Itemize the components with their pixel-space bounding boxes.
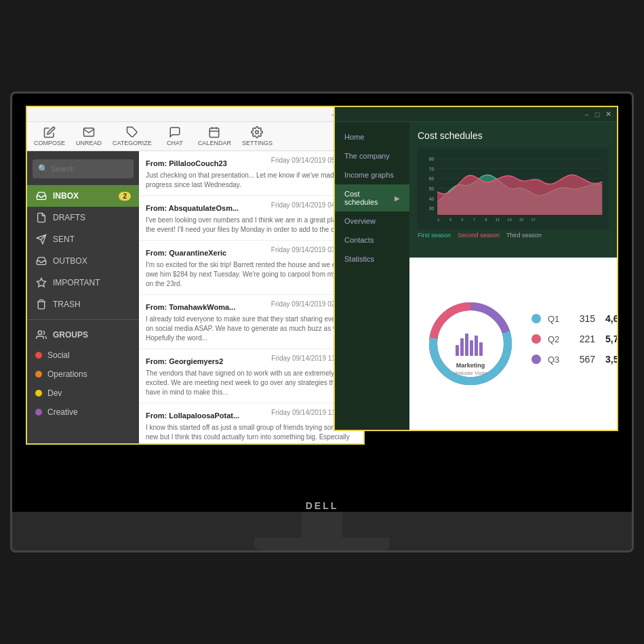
svg-text:1: 1 xyxy=(437,218,439,222)
unread-button[interactable]: UNREAD xyxy=(76,126,102,146)
dash-nav-home[interactable]: Home xyxy=(335,127,409,146)
outbox-label: OUTBOX xyxy=(53,256,87,266)
email-body: 🔍 INBOX 2 xyxy=(27,151,363,443)
inbox-badge: 2 xyxy=(119,192,131,201)
dash-nav-statistics[interactable]: Statistics xyxy=(335,249,409,268)
email-list[interactable]: From: PillalooCouch23 Friday 09/14/2019 … xyxy=(139,151,363,443)
compose-label: COMPOSE xyxy=(34,140,65,146)
group-operations[interactable]: Operations xyxy=(27,365,139,384)
groups-section-header: GROUPS xyxy=(27,324,139,346)
email-from-1: From: AbsquatulateOsm... xyxy=(146,204,239,212)
operations-dot xyxy=(35,371,42,378)
monitor-stand-neck xyxy=(302,512,342,538)
dash-nav-overview-label: Overview xyxy=(344,217,376,225)
q3-dot xyxy=(531,355,541,364)
sidebar-item-inbox[interactable]: INBOX 2 xyxy=(27,185,139,207)
dash-nav-company[interactable]: The company xyxy=(335,146,409,165)
calendar-button[interactable]: CALENDAR xyxy=(198,126,231,146)
social-dot xyxy=(35,352,42,359)
group-dev[interactable]: Dev xyxy=(27,384,139,403)
email-preview-4: The vendors that have signed on to work … xyxy=(146,369,357,397)
sidebar-divider xyxy=(27,319,139,320)
chat-label: CHAT xyxy=(167,140,183,146)
svg-text:11: 11 xyxy=(496,218,500,222)
dash-nav-income[interactable]: Income graphs xyxy=(335,165,409,184)
email-item-4[interactable]: From: Georgiemyers2 Friday 09/14/2019 11… xyxy=(139,349,363,403)
dash-nav-cost-label: Cost schedules xyxy=(344,190,395,206)
svg-rect-37 xyxy=(465,334,468,356)
email-preview-5: I know this started off as just a small … xyxy=(146,423,357,443)
stat-row-q1: Q1 315 4,677 xyxy=(531,313,617,324)
dash-minimize-button[interactable]: － xyxy=(582,110,591,119)
q1-label: Q1 xyxy=(548,314,565,324)
dash-nav-contacts[interactable]: Contacts xyxy=(335,230,409,249)
dash-nav-overview[interactable]: Overview xyxy=(335,212,409,230)
dash-maximize-button[interactable]: □ xyxy=(592,110,602,119)
svg-text:50: 50 xyxy=(429,186,435,191)
email-item-3[interactable]: From: TomahawkWoma... Friday 09/14/2019 … xyxy=(139,295,363,349)
email-from-2: From: QuarantineXeric xyxy=(146,249,226,257)
compose-button[interactable]: COMPOSE xyxy=(34,126,65,146)
q1-dot xyxy=(531,314,541,323)
dash-titlebar: － □ ✕ xyxy=(335,107,617,122)
dash-close-button[interactable]: ✕ xyxy=(603,110,613,119)
settings-button[interactable]: SETTINGS xyxy=(242,126,273,146)
q2-value: 221 xyxy=(571,334,595,344)
dash-nav-company-label: The company xyxy=(344,152,390,160)
q2-total: 5,788 xyxy=(605,334,617,344)
search-input[interactable] xyxy=(51,165,128,173)
svg-rect-35 xyxy=(456,345,459,356)
email-preview-1: I've been looking over numbers and I thi… xyxy=(146,216,357,235)
unread-label: UNREAD xyxy=(76,140,102,146)
email-from-4: From: Georgiemyers2 xyxy=(146,357,223,365)
sidebar-item-sent[interactable]: SENT xyxy=(27,228,139,250)
svg-text:Website Visits: Website Visits xyxy=(454,370,487,376)
sidebar-item-outbox[interactable]: OUTBOX xyxy=(27,250,139,272)
dash-nav-cost[interactable]: Cost schedules ▶ xyxy=(335,184,409,212)
svg-text:30: 30 xyxy=(429,206,435,211)
email-toolbar: COMPOSE UNREAD CATEG xyxy=(27,122,363,151)
search-icon: 🔍 xyxy=(38,164,48,174)
cost-chart-area: 80 70 60 50 40 30 xyxy=(418,148,609,229)
sidebar-item-trash[interactable]: TRASH xyxy=(27,294,139,315)
cost-section: Cost schedules xyxy=(409,122,617,258)
search-bar[interactable]: 🔍 xyxy=(33,159,134,178)
svg-rect-1 xyxy=(210,128,220,138)
svg-rect-36 xyxy=(460,338,464,356)
chat-button[interactable]: CHAT xyxy=(163,126,187,146)
dash-sidebar: Home The company Income graphs Cost sche… xyxy=(335,122,409,430)
donut-svg: Marketing Website Visits xyxy=(423,296,518,391)
sidebar-item-drafts[interactable]: DRAFTS xyxy=(27,207,139,228)
dash-nav-income-label: Income graphs xyxy=(344,171,394,179)
dev-dot xyxy=(35,390,42,397)
svg-rect-39 xyxy=(475,336,478,356)
drafts-label: DRAFTS xyxy=(53,213,85,222)
cost-title: Cost schedules xyxy=(418,130,609,141)
categorize-button[interactable]: CATEGORIZE xyxy=(113,126,152,146)
dash-nav-home-label: Home xyxy=(344,133,364,141)
groups-label: GROUPS xyxy=(53,330,88,340)
email-item-5[interactable]: From: LollapaloosaPotat... Friday 09/14/… xyxy=(139,403,363,443)
drafts-icon xyxy=(35,212,47,224)
settings-label: SETTINGS xyxy=(242,140,273,146)
svg-rect-38 xyxy=(470,340,473,356)
svg-text:7: 7 xyxy=(473,218,475,222)
cost-chart-svg: 80 70 60 50 40 30 xyxy=(418,148,609,229)
svg-text:60: 60 xyxy=(429,176,435,181)
q3-total: 3,543 xyxy=(605,354,617,365)
q1-total: 4,677 xyxy=(605,313,617,324)
calendar-label: CALENDAR xyxy=(198,140,231,146)
svg-text:13: 13 xyxy=(507,218,511,222)
stat-row-q2: Q2 221 5,788 xyxy=(531,334,617,344)
email-item-0[interactable]: From: PillalooCouch23 Friday 09/14/2019 … xyxy=(139,151,363,196)
screen-content: － □ ✕ COMPOSE xyxy=(12,94,632,512)
q3-label: Q3 xyxy=(548,355,565,365)
email-item-1[interactable]: From: AbsquatulateOsm... Friday 09/14/20… xyxy=(139,196,363,241)
svg-rect-40 xyxy=(479,342,483,356)
svg-point-9 xyxy=(38,331,41,334)
group-creative[interactable]: Creative xyxy=(27,403,139,422)
sidebar-item-important[interactable]: IMPORTANT xyxy=(27,272,139,294)
email-item-2[interactable]: From: QuarantineXeric Friday 09/14/2019 … xyxy=(139,241,363,295)
group-social[interactable]: Social xyxy=(27,346,139,365)
email-titlebar: － □ ✕ xyxy=(27,107,363,122)
